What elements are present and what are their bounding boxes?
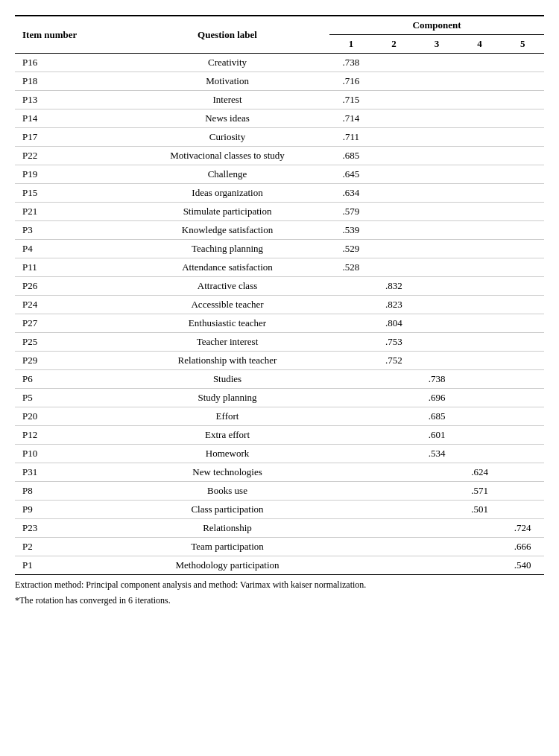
label-cell: Effort — [125, 407, 329, 426]
col1-cell — [329, 352, 373, 370]
col1-cell: .539 — [329, 221, 373, 240]
table-row: P20Effort.685 — [15, 407, 544, 426]
col3-cell — [415, 277, 458, 296]
col3-cell — [415, 314, 458, 333]
table-row: P10Homework.534 — [15, 445, 544, 463]
col4-cell — [458, 333, 502, 352]
table-row: P2Team participation.666 — [15, 538, 544, 556]
label-cell: New technologies — [125, 463, 329, 482]
table-container: Item number Question label Component 1 2… — [15, 15, 544, 606]
col5-cell — [501, 370, 544, 389]
col4-cell — [458, 277, 502, 296]
col3-cell — [415, 184, 458, 203]
col3-cell — [415, 556, 458, 575]
col1-cell: .714 — [329, 109, 373, 128]
label-cell: Challenge — [125, 165, 329, 184]
col3-cell — [415, 72, 458, 91]
col1-cell: .685 — [329, 147, 373, 165]
table-row: P22Motivacional classes to study.685 — [15, 147, 544, 165]
col4-cell — [458, 314, 502, 333]
item-cell: P20 — [15, 407, 125, 426]
col5-cell — [501, 445, 544, 463]
col2-cell — [373, 72, 416, 91]
col5-cell — [501, 296, 544, 314]
col2-cell — [373, 128, 416, 147]
header-row-1: Item number Question label Component — [15, 16, 544, 35]
col1-cell: .645 — [329, 165, 373, 184]
table-row: P19Challenge.645 — [15, 165, 544, 184]
label-cell: Curiosity — [125, 128, 329, 147]
col4-cell — [458, 109, 502, 128]
col1-cell — [329, 463, 373, 482]
col3-cell — [415, 128, 458, 147]
col3-cell — [415, 147, 458, 165]
col4-cell — [458, 538, 502, 556]
label-cell: Attractive class — [125, 277, 329, 296]
col2-cell — [373, 165, 416, 184]
col3-cell: .696 — [415, 389, 458, 407]
table-row: P26Attractive class.832 — [15, 277, 544, 296]
item-cell: P3 — [15, 221, 125, 240]
item-cell: P11 — [15, 258, 125, 277]
footnote-1: Extraction method: Principal component a… — [15, 579, 544, 591]
col1-cell — [329, 296, 373, 314]
col2-cell — [373, 184, 416, 203]
question-label-header: Question label — [125, 16, 329, 54]
item-cell: P6 — [15, 370, 125, 389]
col2-cell — [373, 556, 416, 575]
col3-cell — [415, 482, 458, 501]
item-cell: P23 — [15, 519, 125, 538]
col2-cell — [373, 426, 416, 445]
item-cell: P22 — [15, 147, 125, 165]
col2-cell — [373, 389, 416, 407]
col5-cell: .666 — [501, 538, 544, 556]
col4-cell — [458, 258, 502, 277]
col4-cell — [458, 147, 502, 165]
col4-cell — [458, 203, 502, 221]
col-5-header: 5 — [501, 35, 544, 54]
col2-cell: .753 — [373, 333, 416, 352]
col1-cell — [329, 314, 373, 333]
col4-cell — [458, 296, 502, 314]
col2-cell — [373, 109, 416, 128]
item-cell: P17 — [15, 128, 125, 147]
label-cell: Studies — [125, 370, 329, 389]
col1-cell — [329, 426, 373, 445]
col1-cell — [329, 519, 373, 538]
col4-cell — [458, 221, 502, 240]
item-cell: P12 — [15, 426, 125, 445]
col3-cell — [415, 54, 458, 72]
label-cell: Attendance satisfaction — [125, 258, 329, 277]
item-cell: P14 — [15, 109, 125, 128]
item-cell: P21 — [15, 203, 125, 221]
label-cell: Homework — [125, 445, 329, 463]
col5-cell — [501, 333, 544, 352]
col4-cell — [458, 128, 502, 147]
col3-cell — [415, 296, 458, 314]
col5-cell — [501, 389, 544, 407]
col2-cell — [373, 445, 416, 463]
col5-cell — [501, 147, 544, 165]
col1-cell: .738 — [329, 54, 373, 72]
col3-cell — [415, 352, 458, 370]
col5-cell — [501, 128, 544, 147]
col5-cell — [501, 72, 544, 91]
col3-cell — [415, 221, 458, 240]
table-row: P16Creativity.738 — [15, 54, 544, 72]
col4-cell — [458, 352, 502, 370]
col2-cell: .804 — [373, 314, 416, 333]
table-row: P25Teacher interest.753 — [15, 333, 544, 352]
item-cell: P16 — [15, 54, 125, 72]
col4-cell — [458, 519, 502, 538]
component-table: Item number Question label Component 1 2… — [15, 15, 544, 575]
table-row: P6Studies.738 — [15, 370, 544, 389]
col4-cell — [458, 389, 502, 407]
col3-cell — [415, 91, 458, 109]
col1-cell — [329, 370, 373, 389]
footnote-2: *The rotation has converged in 6 iterati… — [15, 595, 544, 606]
table-row: P27Enthusiastic teacher.804 — [15, 314, 544, 333]
col4-cell — [458, 370, 502, 389]
label-cell: Ideas organization — [125, 184, 329, 203]
item-number-header: Item number — [15, 16, 125, 54]
col-4-header: 4 — [458, 35, 502, 54]
